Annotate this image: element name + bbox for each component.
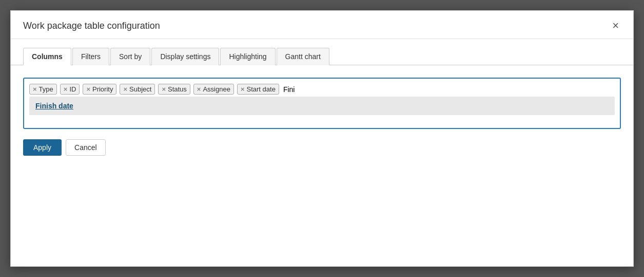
action-buttons: Apply Cancel	[23, 139, 621, 156]
modal-title: Work package table configuration	[23, 21, 160, 31]
tag-label-status: Status	[168, 85, 187, 93]
modal-dialog: Work package table configuration × Colum…	[10, 10, 634, 267]
remove-tag-type[interactable]: ×	[33, 86, 37, 93]
remove-tag-subject[interactable]: ×	[123, 86, 127, 93]
apply-button[interactable]: Apply	[23, 139, 62, 156]
tags-row: ×Type×ID×Priority×Subject×Status×Assigne…	[29, 84, 615, 95]
columns-input-area[interactable]: ×Type×ID×Priority×Subject×Status×Assigne…	[23, 78, 621, 129]
tag-id: ×ID	[60, 84, 80, 95]
tab-highlighting[interactable]: Highlighting	[220, 48, 275, 65]
tag-label-priority: Priority	[92, 85, 113, 93]
tab-filters[interactable]: Filters	[72, 48, 109, 65]
tag-assignee: ×Assignee	[193, 84, 234, 95]
modal-body: ×Type×ID×Priority×Subject×Status×Assigne…	[11, 65, 633, 168]
close-button[interactable]: ×	[610, 20, 621, 31]
suggestion-item[interactable]: Finish date	[29, 97, 615, 115]
tag-label-start-date: Start date	[247, 85, 276, 93]
tag-label-assignee: Assignee	[203, 85, 230, 93]
modal-header: Work package table configuration ×	[11, 11, 633, 39]
tab-sort-by[interactable]: Sort by	[110, 48, 150, 65]
remove-tag-assignee[interactable]: ×	[197, 86, 201, 93]
tab-columns[interactable]: Columns	[23, 48, 71, 65]
tab-gantt-chart[interactable]: Gantt chart	[277, 48, 329, 65]
tag-label-id: ID	[69, 85, 76, 93]
remove-tag-start-date[interactable]: ×	[241, 86, 245, 93]
tag-label-subject: Subject	[129, 85, 151, 93]
tabs-container: ColumnsFiltersSort byDisplay settingsHig…	[11, 39, 633, 65]
tag-type: ×Type	[29, 84, 57, 95]
remove-tag-priority[interactable]: ×	[86, 86, 90, 93]
tag-subject: ×Subject	[120, 84, 155, 95]
tag-status: ×Status	[158, 84, 190, 95]
tag-label-type: Type	[39, 85, 53, 93]
tab-display-settings[interactable]: Display settings	[151, 48, 219, 65]
remove-tag-status[interactable]: ×	[162, 86, 166, 93]
cancel-button[interactable]: Cancel	[66, 139, 106, 156]
tag-start-date: ×Start date	[237, 84, 279, 95]
remove-tag-id[interactable]: ×	[64, 86, 68, 93]
tag-priority: ×Priority	[83, 84, 116, 95]
column-search-input[interactable]	[282, 84, 374, 95]
